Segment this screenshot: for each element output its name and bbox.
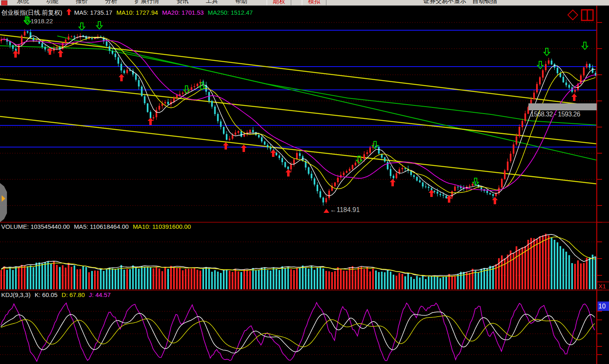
menu-item-help[interactable]: 帮助 xyxy=(227,0,256,5)
volume-indicator-header: VOLUME: 103545440.00 MA5: 110618464.00 M… xyxy=(1,223,195,230)
down-arrow-icon xyxy=(24,16,29,26)
chart-canvas[interactable] xyxy=(0,0,609,364)
low-marker-icon xyxy=(324,209,329,213)
kdj-indicator-header: KDJ(9,3,3) K: 60.05 D: 67.80 J: 44.57 xyxy=(1,291,115,299)
x-scale-label: X1 xyxy=(598,283,606,290)
gap-zone-band xyxy=(528,103,597,110)
menu-item-function[interactable]: 功能 xyxy=(38,0,67,5)
menu-item-extended[interactable]: 扩展行情 xyxy=(126,0,168,5)
j-value: J: 44.57 xyxy=(89,291,110,299)
diamond-icon[interactable] xyxy=(568,10,578,20)
d-value: D: 67.80 xyxy=(62,291,85,299)
menu-bar: 系统 功能 报价 分析 扩展行情 资讯 工具 帮助 期权 模拟 证券交易不显示 … xyxy=(0,0,609,6)
menu-item-quotes[interactable]: 报价 xyxy=(67,0,97,5)
ma5-value: MA5: 1735.17 xyxy=(74,9,112,16)
high-annotation: 1918.22 xyxy=(24,16,57,26)
volume-ma10-value: MA10: 110391600.00 xyxy=(133,223,191,230)
main-indicator-header: 创业板指(日线.前复权) MA5: 1735.17 MA10: 1727.94 … xyxy=(1,9,257,17)
menu-item-news[interactable]: 资讯 xyxy=(168,0,197,5)
menu-item-system[interactable]: 系统 xyxy=(8,0,38,5)
volume-ma5-value: MA5: 110618464.00 xyxy=(74,223,129,230)
k-value: K: 60.05 xyxy=(35,291,58,299)
symbol-title[interactable]: 创业板指(日线.前复权) xyxy=(1,9,62,16)
menu-button-simulation[interactable]: 模拟 xyxy=(302,0,326,6)
trend-up-icon xyxy=(66,9,72,17)
menu-item-analysis[interactable]: 分析 xyxy=(97,0,126,5)
kdj-name[interactable]: KDJ(9,3,3) xyxy=(1,291,31,299)
pane-corner-icons xyxy=(566,9,596,23)
window-split-icon[interactable] xyxy=(582,10,593,20)
app-icon[interactable] xyxy=(1,0,7,6)
menu-item-tools[interactable]: 工具 xyxy=(197,0,227,5)
low-annotation: ←1184.91 xyxy=(324,206,360,214)
sidebar-handle[interactable] xyxy=(0,183,9,224)
low-price-label: ←1184.91 xyxy=(330,206,360,214)
high-price-label: 1918.22 xyxy=(31,18,53,25)
ma250-value: MA250: 1512.47 xyxy=(208,9,253,16)
menu-right-status: 证券交易不显示 自动锁指 xyxy=(423,0,497,5)
ma10-value: MA10: 1727.94 xyxy=(117,9,158,16)
kdj-scale-label: 10 xyxy=(598,301,609,311)
gap-range-label: 1568.32 - 1593.26 xyxy=(530,111,580,118)
menu-button-options[interactable]: 期权 xyxy=(267,0,291,6)
volume-value[interactable]: VOLUME: 103545440.00 xyxy=(1,223,70,230)
trading-terminal: 系统 功能 报价 分析 扩展行情 资讯 工具 帮助 期权 模拟 证券交易不显示 … xyxy=(0,0,609,364)
ma20-value: MA20: 1701.53 xyxy=(162,9,204,16)
